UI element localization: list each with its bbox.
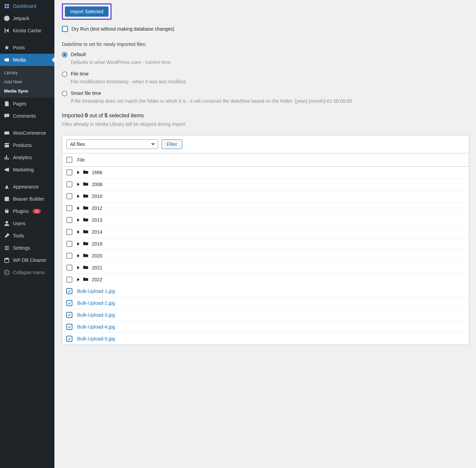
folder-name[interactable]: 1666 [92,170,102,175]
row-checkbox[interactable] [66,324,72,330]
plugins-icon [3,208,10,215]
expand-caret-icon[interactable] [77,183,80,186]
expand-caret-icon[interactable] [77,242,80,246]
radio-smart[interactable] [62,91,67,96]
table-row: 2021 [62,262,469,274]
sidebar-item-db-cleaner[interactable]: WP DB Cleaner [0,254,54,266]
row-checkbox[interactable] [66,229,72,235]
row-checkbox[interactable] [66,241,72,247]
sidebar-item-tools[interactable]: Tools [0,230,54,242]
sidebar-label: Appearance [13,184,39,189]
sidebar-item-pages[interactable]: Pages [0,98,54,110]
row-checkbox[interactable] [66,169,72,176]
sidebar-item-appearance[interactable]: Appearance [0,181,54,193]
expand-caret-icon[interactable] [77,278,80,281]
sidebar-label: Settings [13,245,30,251]
folder-name[interactable]: 2019 [92,241,102,247]
status-suffix: selected items [107,113,144,118]
folder-name[interactable]: 2020 [92,253,102,258]
sidebar-item-jetpack[interactable]: Jetpack [0,12,54,24]
expand-caret-icon[interactable] [77,218,80,222]
sidebar-item-media[interactable]: Media [0,54,54,66]
folder-name[interactable]: 2013 [92,217,102,223]
folder-icon [83,229,88,235]
filter-button[interactable]: Filter [162,139,182,149]
submenu-library[interactable]: Library [0,68,54,77]
datetime-section-label: Date/time to set for newly imported file… [62,41,469,47]
dry-run-checkbox[interactable] [62,26,68,32]
folder-name[interactable]: 2010 [92,194,102,199]
sidebar-label: Posts [13,45,25,50]
radio-filetime[interactable] [62,71,67,77]
sidebar-item-plugins[interactable]: Plugins 15 [0,205,54,217]
table-row: Bulk-Upload-4.jpg [62,321,469,333]
folder-name[interactable]: 2012 [92,205,102,211]
table-row: 2012 [62,202,469,214]
tools-icon [3,232,10,239]
sidebar-item-settings[interactable]: Settings [0,242,54,254]
expand-caret-icon[interactable] [77,206,80,210]
sidebar-item-marketing[interactable]: Marketing [0,164,54,176]
submenu-add-new[interactable]: Add New [0,77,54,86]
sidebar-item-woocommerce[interactable]: WooCommerce [0,127,54,139]
row-checkbox[interactable] [66,253,72,259]
submenu-media-sync[interactable]: Media Sync [0,86,54,96]
table-row: 2010 [62,190,469,202]
folder-icon [83,182,88,187]
sidebar-item-analytics[interactable]: Analytics [0,151,54,164]
status-middle: out of [88,113,105,118]
import-selected-button[interactable]: Import Selected [65,6,108,17]
sidebar-item-kinsta[interactable]: Kinsta Cache [0,24,54,37]
sidebar-label: Tools [13,233,24,238]
marketing-icon [3,166,10,173]
row-checkbox[interactable] [66,265,72,271]
row-checkbox[interactable] [66,312,72,318]
table-row: Bulk-Upload-3.jpg [62,309,469,321]
sidebar-item-products[interactable]: Products [0,139,54,151]
file-link[interactable]: Bulk-Upload-2.jpg [77,300,115,306]
row-checkbox[interactable] [66,181,72,187]
folder-name[interactable]: 2022 [92,277,102,282]
expand-caret-icon[interactable] [77,195,80,198]
radio-default[interactable] [62,52,67,57]
row-checkbox[interactable] [66,277,72,283]
row-checkbox[interactable] [66,300,72,306]
comments-icon [3,113,10,119]
sidebar-item-beaver[interactable]: Beaver Builder [0,193,54,205]
collapse-icon [3,269,10,276]
row-checkbox[interactable] [66,205,72,211]
table-row: 2014 [62,226,469,238]
sidebar-item-posts[interactable]: Posts [0,41,54,54]
folder-name[interactable]: 2014 [92,229,102,235]
sidebar-label: Pages [13,101,27,106]
sidebar-item-comments[interactable]: Comments [0,110,54,122]
expand-caret-icon[interactable] [77,171,80,174]
file-panel: All files Filter File 166620082010201220… [62,135,469,345]
file-link[interactable]: Bulk-Upload-1.jpg [77,288,115,294]
folder-icon [83,217,88,223]
filter-select[interactable]: All files [66,139,158,149]
sidebar-label: Comments [13,113,36,119]
file-link[interactable]: Bulk-Upload-3.jpg [77,312,115,318]
sidebar-item-users[interactable]: Users [0,217,54,230]
filter-select-value: All files [70,141,85,147]
sidebar-item-dashboard[interactable]: Dashboard [0,0,54,12]
kinsta-icon [3,27,10,34]
row-checkbox[interactable] [66,288,72,294]
table-row: 2008 [62,179,469,190]
expand-caret-icon[interactable] [77,266,80,269]
settings-icon [3,245,10,251]
folder-name[interactable]: 2021 [92,265,102,270]
folder-name[interactable]: 2008 [92,182,102,187]
file-link[interactable]: Bulk-Upload-4.jpg [77,324,115,330]
expand-caret-icon[interactable] [77,230,80,234]
row-checkbox[interactable] [66,217,72,223]
sidebar-collapse[interactable]: Collapse menu [0,266,54,279]
file-link[interactable]: Bulk-Upload-5.jpg [77,336,115,341]
row-checkbox[interactable] [66,336,72,342]
row-checkbox[interactable] [66,193,72,199]
svg-point-5 [5,258,9,260]
expand-caret-icon[interactable] [77,254,80,257]
select-all-checkbox[interactable] [66,157,72,163]
db-icon [3,257,10,264]
